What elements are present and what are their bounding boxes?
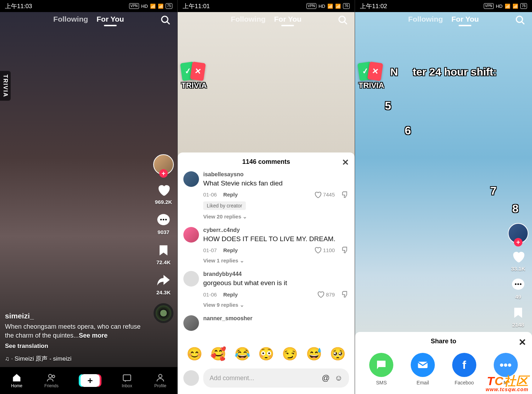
nav-inbox[interactable]: Inbox [122, 373, 132, 388]
svg-line-11 [344, 22, 347, 24]
top-tabs: Following For You [178, 15, 355, 23]
commenter-name[interactable]: nanner_smoosher [203, 315, 349, 322]
caption[interactable]: When cheongsam meets opera, who can refu… [5, 322, 145, 340]
comment-button[interactable]: 9037 [156, 213, 171, 235]
view-replies-link[interactable]: View 9 replies ⌄ [203, 302, 349, 308]
tab-foryou[interactable]: For You [96, 15, 124, 23]
search-icon[interactable] [160, 15, 171, 26]
emoji-quickbar: 😊 🥰 😂 😳 😏 😅 🥺 [178, 343, 355, 365]
comment-count: 9037 [157, 229, 169, 235]
comments-list[interactable]: isabellesaysno What Stevie nicks fan die… [178, 171, 355, 343]
svg-point-6 [49, 374, 52, 378]
heart-icon[interactable] [314, 191, 322, 199]
creator-avatar[interactable]: + [153, 154, 174, 175]
search-icon[interactable] [338, 15, 348, 26]
see-more-link[interactable]: See more [79, 332, 107, 339]
tab-following[interactable]: Following [408, 15, 443, 23]
thumbs-down-icon[interactable] [341, 246, 349, 254]
music-marquee[interactable]: ♫ · Simeizi 原声 - simeizi [5, 355, 145, 363]
share-button[interactable]: 24.3K [156, 273, 171, 295]
like-button[interactable]: 33.1K [511, 249, 526, 272]
chevron-down-icon: ⌄ [240, 257, 244, 263]
emoji-option[interactable]: 😅 [306, 346, 322, 361]
svg-point-9 [159, 374, 162, 378]
tab-foryou[interactable]: For You [451, 15, 479, 23]
heart-icon[interactable] [317, 290, 325, 298]
bookmark-icon [156, 243, 171, 258]
comment-button[interactable]: 49 [511, 277, 526, 300]
save-button[interactable]: 2148 [511, 305, 526, 328]
emoji-option[interactable]: 😏 [282, 346, 298, 361]
music-disc[interactable] [154, 303, 173, 323]
comment-date: 01-07 [203, 247, 217, 253]
hd-icon: HD [318, 4, 325, 9]
commenter-name[interactable]: cyberr..c4ndy [203, 227, 349, 233]
chevron-down-icon: ⌄ [243, 213, 247, 220]
svg-point-5 [165, 219, 167, 221]
comment-count: 49 [515, 294, 521, 300]
emoji-option[interactable]: 🥺 [330, 346, 346, 361]
share-email[interactable]: Email [411, 353, 435, 385]
nav-create[interactable]: + [81, 374, 100, 387]
heart-icon [511, 249, 526, 264]
emoji-option[interactable]: 😂 [234, 346, 250, 361]
thumbs-down-icon[interactable] [341, 290, 349, 298]
svg-line-13 [522, 22, 525, 24]
trivia-badge[interactable]: ✓ ✕ TRIVIA [181, 62, 207, 90]
nav-friends[interactable]: Friends [44, 373, 59, 388]
view-replies-link[interactable]: View 20 replies ⌄ [203, 213, 349, 220]
username[interactable]: simeizi_ [5, 312, 145, 320]
commenter-name[interactable]: brandybby444 [203, 271, 349, 277]
commenter-avatar[interactable] [183, 171, 199, 187]
commenter-avatar[interactable] [183, 315, 199, 331]
commenter-avatar[interactable] [183, 227, 199, 243]
commenter-name[interactable]: isabellesaysno [203, 171, 349, 178]
heart-icon[interactable] [314, 246, 322, 254]
tab-following[interactable]: Following [231, 15, 266, 23]
save-button[interactable]: 72.4K [156, 243, 171, 265]
share-sms[interactable]: SMS [369, 353, 393, 385]
comment-like-count: 1100 [323, 247, 335, 253]
tab-foryou[interactable]: For You [274, 15, 301, 23]
my-avatar[interactable] [183, 370, 199, 386]
save-count: 72.4K [156, 259, 171, 265]
nav-home[interactable]: Home [11, 373, 22, 388]
mention-icon[interactable]: @ [322, 373, 329, 383]
bookmark-icon [511, 305, 526, 320]
emoji-option[interactable]: 😊 [187, 346, 203, 361]
comment-item: nanner_smoosher [183, 315, 349, 331]
emoji-icon[interactable]: ☺ [335, 373, 343, 383]
battery-icon: 76 [520, 3, 527, 9]
status-bar: 上午11:02 VPN HD 📶 📶 76 [355, 0, 532, 12]
see-translation-link[interactable]: See translation [5, 343, 145, 350]
follow-plus-icon[interactable]: + [159, 169, 168, 178]
thumbs-down-icon[interactable] [341, 191, 349, 199]
close-icon[interactable]: ✕ [519, 337, 526, 348]
tab-following[interactable]: Following [53, 15, 88, 23]
creator-avatar[interactable]: + [508, 223, 528, 244]
nav-profile[interactable]: Profile [154, 373, 166, 388]
search-icon[interactable] [515, 15, 526, 26]
emoji-option[interactable]: 😳 [258, 346, 274, 361]
like-button[interactable]: 969.2K [155, 183, 172, 205]
trivia-x-icon: ✕ [190, 62, 206, 81]
close-icon[interactable]: ✕ [342, 157, 349, 167]
comment-placeholder: Add comment... [210, 374, 254, 382]
svg-point-0 [162, 16, 168, 23]
reply-link[interactable]: Reply [223, 292, 238, 298]
comment-date: 01-06 [203, 292, 217, 298]
follow-plus-icon[interactable]: + [514, 238, 522, 246]
reply-link[interactable]: Reply [223, 192, 238, 198]
comment-item: cyberr..c4ndy HOW DOES IT FEEL TO LIVE M… [183, 227, 349, 264]
reply-link[interactable]: Reply [223, 247, 238, 253]
action-rail: + 969.2K 9037 72.4K 24.3K [153, 154, 174, 323]
trivia-side-tab[interactable]: TRIVIA [0, 71, 11, 101]
comment-input[interactable]: Add comment... @ ☺ [203, 368, 349, 388]
heart-icon [156, 183, 171, 198]
emoji-option[interactable]: 🥰 [210, 346, 226, 361]
commenter-avatar[interactable] [183, 271, 199, 287]
wifi-icon: 📶 [158, 4, 164, 9]
trivia-badge[interactable]: ✓ ✕ TRIVIA [359, 62, 384, 90]
share-facebook[interactable]: f Faceboo [452, 353, 476, 385]
view-replies-link[interactable]: View 1 replies ⌄ [203, 257, 349, 264]
